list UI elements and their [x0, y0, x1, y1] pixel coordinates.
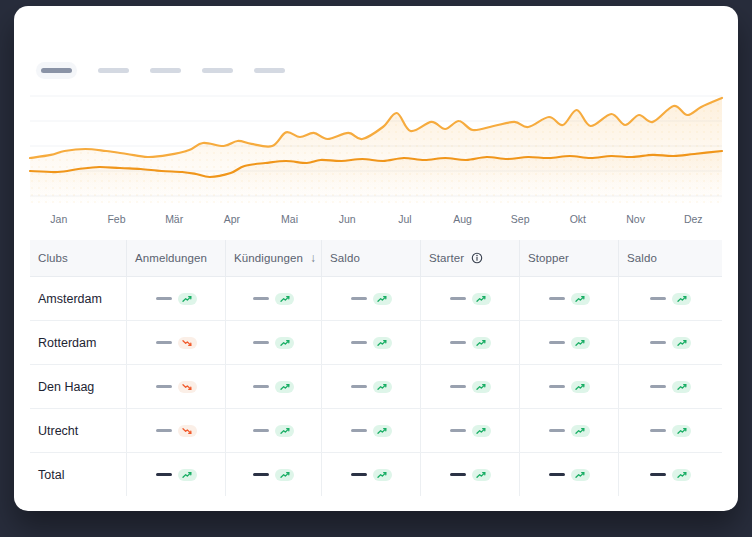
x-axis-label-jun: Jun [318, 213, 376, 225]
metric-cell [421, 409, 520, 452]
x-axis-label-aug: Aug [434, 213, 492, 225]
sparkline [351, 341, 367, 344]
sparkline [650, 341, 666, 344]
trend-up-icon [275, 337, 294, 349]
trend-up-icon [373, 425, 392, 437]
trend-up-icon [571, 425, 590, 437]
metric-cell [421, 453, 520, 496]
tab-4[interactable] [202, 68, 233, 73]
metric-cell [520, 321, 619, 364]
tab-bar [36, 60, 285, 80]
metric-cell [322, 321, 421, 364]
trend-up-icon [373, 293, 392, 305]
trend-up-icon [672, 425, 691, 437]
sparkline [156, 429, 172, 432]
metric-cell [619, 409, 722, 452]
sparkline [549, 385, 565, 388]
sparkline [549, 473, 565, 476]
trend-up-icon [275, 293, 294, 305]
clubs-table: ClubsAnmeldungenKündigungen↓SaldoStarter… [30, 240, 722, 496]
sparkline [351, 473, 367, 476]
sparkline [351, 297, 367, 300]
column-header-saldo-2[interactable]: Saldo [619, 240, 722, 276]
metric-cell [226, 277, 322, 320]
trend-down-icon [178, 381, 197, 393]
sparkline [156, 385, 172, 388]
trend-up-icon [672, 381, 691, 393]
sparkline [156, 473, 172, 476]
metric-cell [421, 365, 520, 408]
sparkline [450, 385, 466, 388]
trend-up-icon [571, 337, 590, 349]
column-label: Saldo [330, 252, 360, 264]
club-name: Den Haag [30, 365, 127, 408]
trend-up-icon [472, 469, 491, 481]
sparkline [650, 473, 666, 476]
column-header-stopper[interactable]: Stopper [520, 240, 619, 276]
metric-cell [520, 453, 619, 496]
trend-up-icon [672, 337, 691, 349]
table-row-den-haag: Den Haag [30, 365, 722, 409]
sparkline [650, 429, 666, 432]
metric-cell [421, 321, 520, 364]
column-header-anmeldungen[interactable]: Anmeldungen [127, 240, 226, 276]
table-row-utrecht: Utrecht [30, 409, 722, 453]
trend-up-icon [178, 469, 197, 481]
table-row-rotterdam: Rotterdam [30, 321, 722, 365]
x-axis-label-apr: Apr [203, 213, 261, 225]
tab-2[interactable] [98, 68, 129, 73]
trend-up-icon [373, 469, 392, 481]
club-name: Amsterdam [30, 277, 127, 320]
trend-up-icon [571, 469, 590, 481]
trend-up-icon [472, 293, 491, 305]
sparkline [253, 473, 269, 476]
sparkline [450, 341, 466, 344]
column-label: Starter [429, 252, 464, 264]
metric-cell [421, 277, 520, 320]
metric-cell [226, 365, 322, 408]
tab-1[interactable] [41, 68, 72, 73]
column-label: Saldo [627, 252, 657, 264]
metric-cell [127, 365, 226, 408]
club-name: Total [30, 453, 127, 496]
x-axis-label-okt: Okt [549, 213, 607, 225]
metric-cell [226, 453, 322, 496]
sparkline [450, 473, 466, 476]
trend-up-icon [373, 337, 392, 349]
column-label: Stopper [528, 252, 569, 264]
sparkline [351, 429, 367, 432]
trend-down-icon [178, 337, 197, 349]
line-chart [30, 95, 722, 205]
tab-1-selected[interactable] [36, 62, 77, 79]
x-axis-label-mär: Mär [145, 213, 203, 225]
chart-svg [30, 95, 722, 205]
trend-up-icon [275, 469, 294, 481]
info-icon[interactable] [471, 252, 483, 264]
sparkline [351, 385, 367, 388]
sort-desc-icon[interactable]: ↓ [310, 252, 316, 264]
column-label: Kündigungen [234, 252, 303, 264]
x-axis-label-sep: Sep [491, 213, 549, 225]
trend-up-icon [472, 425, 491, 437]
metric-cell [127, 409, 226, 452]
tab-3[interactable] [150, 68, 181, 73]
column-header-kuendigungen[interactable]: Kündigungen↓ [226, 240, 322, 276]
table-row-total: Total [30, 453, 722, 496]
trend-up-icon [373, 381, 392, 393]
trend-up-icon [571, 381, 590, 393]
sparkline [549, 341, 565, 344]
tab-5[interactable] [254, 68, 285, 73]
metric-cell [619, 321, 722, 364]
column-header-starter[interactable]: Starter [421, 240, 520, 276]
x-axis-labels: JanFebMärAprMaiJunJulAugSepOktNovDez [30, 211, 722, 227]
club-name: Rotterdam [30, 321, 127, 364]
x-axis-label-jul: Jul [376, 213, 434, 225]
trend-up-icon [275, 381, 294, 393]
metric-cell [619, 365, 722, 408]
x-axis-label-dez: Dez [664, 213, 722, 225]
sparkline [156, 341, 172, 344]
club-name: Utrecht [30, 409, 127, 452]
column-label: Clubs [38, 252, 68, 264]
column-header-saldo-1[interactable]: Saldo [322, 240, 421, 276]
metric-cell [127, 321, 226, 364]
